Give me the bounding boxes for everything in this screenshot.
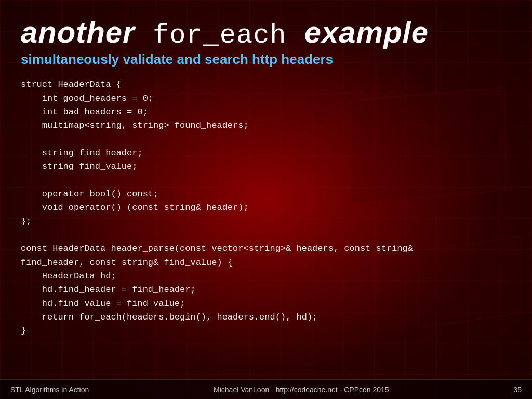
code-line-3: int bad_headers = 0; [21,107,148,117]
code-line-16: hd.find_header = find_header; [21,285,196,295]
title-subtitle: simultaneously validate and search http … [21,51,511,68]
footer-center: Michael VanLoon - http://codeache.net - … [89,385,513,394]
footer-right: 35 [513,385,522,394]
footer: STL Algorithms in Action Michael VanLoon… [0,379,532,399]
title-another: another [21,15,135,49]
title-line1: another for_each example [21,16,511,50]
code-line-2: int good_headers = 0; [21,94,153,103]
code-line-15: HeaderData hd; [21,271,116,281]
main-content: another for_each example simultaneously … [0,0,532,379]
code-line-12 [21,230,26,240]
code-line-14: find_header, const string& find_value) { [21,258,233,268]
footer-left: STL Algorithms in Action [10,385,89,394]
code-block: struct HeaderData { int good_headers = 0… [21,78,511,338]
code-line-11: }; [21,217,31,227]
code-line-4: multimap<string, string> found_headers; [21,121,249,130]
code-line-7: string find_value; [21,162,137,171]
code-line-10: void operator() (const string& header); [21,203,249,212]
slide: another for_each example simultaneously … [0,0,532,399]
code-line-17: hd.find_value = find_value; [21,299,185,309]
code-line-1: struct HeaderData { [21,79,122,89]
code-line-6: string find_header; [21,148,143,158]
code-line-13: const HeaderData header_parse(const vect… [21,244,413,254]
code-line-8 [21,176,26,185]
title-foreach: for_each [153,20,287,51]
title-example: example [304,15,429,49]
code-line-5 [21,135,26,144]
title-section: another for_each example simultaneously … [21,16,511,68]
code-line-18: return for_each(headers.begin(), headers… [21,312,317,322]
code-line-9: operator bool() const; [21,189,158,199]
code-line-19: } [21,326,26,336]
